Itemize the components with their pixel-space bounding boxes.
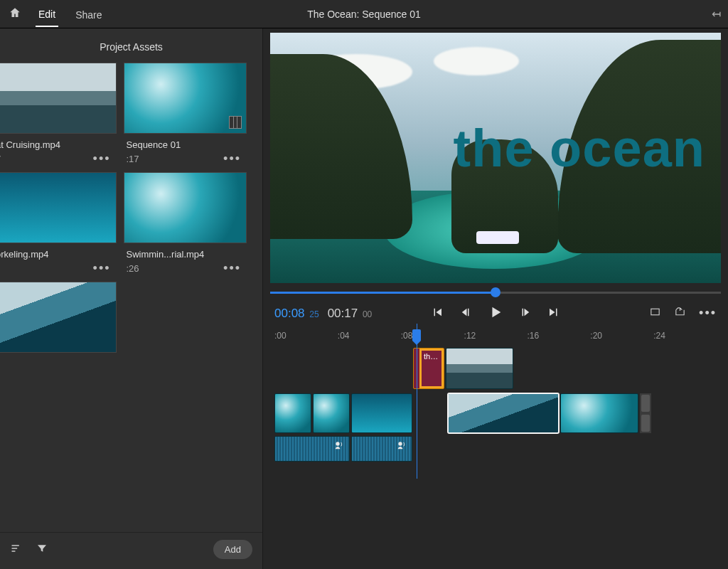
sequence-badge-icon bbox=[229, 116, 242, 129]
ruler-tick: :08 bbox=[401, 331, 464, 341]
step-back-icon[interactable] bbox=[459, 306, 472, 321]
asset-item[interactable]: orkeling.mp4 ••• bbox=[0, 172, 117, 276]
title-overlay-text: the ocean bbox=[454, 118, 705, 179]
fullscreen-icon[interactable] bbox=[649, 306, 661, 321]
progress-bar[interactable] bbox=[270, 286, 721, 300]
timecode-total: 00:17 00 bbox=[328, 307, 373, 321]
step-forward-icon[interactable] bbox=[519, 306, 532, 321]
ruler-tick: :24 bbox=[653, 331, 717, 341]
svg-point-1 bbox=[336, 442, 339, 445]
project-assets-panel: Project Assets at Cruising.mp4 7••• Sequ… bbox=[0, 28, 263, 569]
asset-more-icon[interactable]: ••• bbox=[220, 151, 244, 166]
back-arrow-icon[interactable]: ↤ bbox=[712, 7, 721, 21]
timeline-clip[interactable] bbox=[274, 393, 311, 433]
add-button[interactable]: Add bbox=[213, 540, 252, 559]
ruler-tick: :20 bbox=[590, 331, 653, 341]
asset-item[interactable]: Swimmin...rial.mp4 :26••• bbox=[124, 172, 247, 276]
asset-name: Sequence 01 bbox=[127, 139, 181, 150]
timeline-clip[interactable] bbox=[560, 393, 638, 433]
play-icon[interactable] bbox=[488, 304, 503, 323]
svg-point-2 bbox=[398, 442, 402, 445]
go-to-end-icon[interactable] bbox=[547, 306, 560, 321]
timeline-audio-clip[interactable] bbox=[274, 436, 350, 462]
timecode-current[interactable]: 00:08 25 bbox=[274, 307, 319, 321]
assets-footer: Add bbox=[0, 532, 262, 569]
timeline-audio-clip[interactable] bbox=[351, 436, 412, 462]
asset-more-icon[interactable]: ••• bbox=[90, 151, 114, 166]
asset-thumbnail[interactable] bbox=[124, 63, 247, 134]
top-bar: Edit Share The Ocean: Sequence 01 ↤ bbox=[0, 0, 728, 28]
assets-scroll[interactable]: at Cruising.mp4 7••• Sequence 01 :17••• … bbox=[0, 63, 257, 532]
asset-thumbnail[interactable] bbox=[124, 172, 247, 243]
asset-item[interactable]: Sequence 01 :17••• bbox=[124, 63, 247, 166]
timeline-title-clip[interactable]: th… bbox=[413, 348, 444, 389]
project-title: The Ocean: Sequence 01 bbox=[307, 9, 421, 20]
ruler-tick: :12 bbox=[464, 331, 528, 341]
timeline-ruler[interactable]: :00 :04 :08 :12 :16 :20 :24 bbox=[263, 324, 728, 344]
timeline[interactable]: th… bbox=[263, 344, 728, 569]
ruler-tick: :00 bbox=[274, 331, 338, 341]
voiceover-icon bbox=[333, 440, 345, 451]
go-to-start-icon[interactable] bbox=[431, 306, 444, 321]
sort-icon[interactable] bbox=[10, 543, 23, 557]
tab-edit[interactable]: Edit bbox=[36, 1, 58, 27]
asset-item[interactable]: at Cruising.mp4 7••• bbox=[0, 63, 117, 166]
tab-share[interactable]: Share bbox=[73, 2, 105, 26]
svg-rect-0 bbox=[651, 309, 659, 315]
timeline-clip[interactable] bbox=[448, 393, 559, 433]
asset-name: Swimmin...rial.mp4 bbox=[127, 249, 205, 260]
asset-name: orkeling.mp4 bbox=[0, 249, 48, 260]
asset-thumbnail[interactable] bbox=[0, 282, 117, 353]
timeline-gap-icon[interactable] bbox=[640, 393, 651, 433]
more-options-icon[interactable]: ••• bbox=[699, 306, 717, 321]
asset-item[interactable] bbox=[0, 282, 117, 353]
program-monitor[interactable]: the ocean bbox=[270, 33, 721, 283]
editor-panel: the ocean 00:08 25 00:17 00 bbox=[263, 28, 728, 569]
asset-more-icon[interactable]: ••• bbox=[220, 261, 244, 276]
timeline-clip[interactable] bbox=[313, 393, 350, 433]
asset-name: at Cruising.mp4 bbox=[0, 139, 60, 150]
asset-duration: :17 bbox=[127, 154, 139, 164]
ruler-tick: :16 bbox=[527, 331, 590, 341]
home-icon[interactable] bbox=[9, 6, 21, 22]
transport-bar: 00:08 25 00:17 00 ••• bbox=[263, 300, 728, 324]
playhead-line bbox=[417, 324, 417, 479]
export-frame-icon[interactable] bbox=[674, 306, 686, 321]
project-assets-title: Project Assets bbox=[0, 28, 262, 63]
asset-thumbnail[interactable] bbox=[0, 172, 117, 243]
playhead-icon[interactable] bbox=[412, 329, 421, 341]
ruler-tick: :04 bbox=[338, 331, 401, 341]
timeline-clip[interactable] bbox=[446, 348, 513, 389]
filter-icon[interactable] bbox=[36, 543, 48, 557]
asset-more-icon[interactable]: ••• bbox=[90, 261, 114, 276]
asset-duration: 7 bbox=[0, 154, 1, 164]
title-clip-label: th… bbox=[419, 349, 444, 388]
asset-duration: :26 bbox=[127, 263, 139, 274]
timeline-clip[interactable] bbox=[351, 393, 412, 433]
voiceover-icon bbox=[396, 440, 407, 451]
asset-thumbnail[interactable] bbox=[0, 63, 117, 134]
